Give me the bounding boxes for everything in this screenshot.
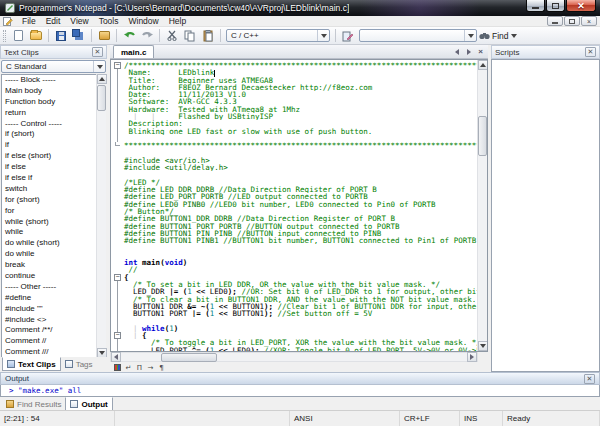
title-bar[interactable]: Programmer's Notepad - [C:\Users\Bernard… <box>0 0 600 16</box>
code-line[interactable]: /* Button*/ <box>111 208 477 215</box>
clip-item[interactable]: for <box>2 206 105 217</box>
code-line[interactable]: Blinking one LED fast or slow with use o… <box>111 128 477 135</box>
maximize-button[interactable] <box>546 0 565 12</box>
code-line[interactable]: #include <util/delay.h> <box>111 164 477 171</box>
code-line[interactable]: Description: <box>111 120 477 127</box>
clip-scheme-dropdown-arrow[interactable] <box>93 61 105 72</box>
code-line[interactable] <box>111 317 477 324</box>
code-line[interactable]: /* To clear a bit in BUTTON1_DDR, AND th… <box>111 296 477 303</box>
save-all-button[interactable] <box>71 28 87 43</box>
code-line[interactable]: Software: AVR-GCC 4.3.3 <box>111 98 477 105</box>
tab-close-button[interactable]: × <box>475 46 486 57</box>
menu-file[interactable]: File <box>17 16 41 26</box>
code-line[interactable]: #define BUTTON1_DDR DDRB //Data Directio… <box>111 215 477 222</box>
clip-item[interactable]: do while <box>2 249 105 260</box>
clip-item[interactable]: if else if <box>2 173 105 184</box>
open-file-button[interactable] <box>28 28 44 43</box>
paste-button[interactable] <box>200 28 216 43</box>
toolbar-grip[interactable] <box>3 30 6 42</box>
clip-list-scrollbar[interactable] <box>96 74 106 358</box>
code-line[interactable]: #define LED_DDR DDRB //Data Direction Re… <box>111 186 477 193</box>
clip-item[interactable]: for (short) <box>2 195 105 206</box>
clip-item[interactable]: if else <box>2 162 105 173</box>
clip-item[interactable]: ----- Block ----- <box>2 75 105 86</box>
menu-view[interactable]: View <box>65 16 93 26</box>
code-line[interactable]: −{ <box>111 274 477 281</box>
code-line[interactable]: int main(void) <box>111 259 477 266</box>
line-endings-button[interactable]: ¶ <box>156 363 167 372</box>
copy-button[interactable] <box>182 28 198 43</box>
code-line[interactable] <box>111 244 477 251</box>
code-line[interactable]: LED_DDR |= (1 << LED0); //OR: Set bit 0 … <box>111 288 477 295</box>
scroll-down-button[interactable] <box>478 341 488 351</box>
code-line[interactable]: #define BUTTON1_PIN PINB //BUTTON input … <box>111 230 477 237</box>
quick-find-button[interactable] <box>340 28 356 43</box>
clip-item[interactable]: Main body <box>2 86 105 97</box>
fold-margin[interactable]: − <box>111 274 124 281</box>
clip-item[interactable]: Comment // <box>2 336 105 347</box>
tab-find-results[interactable]: Find Results <box>2 397 65 411</box>
menu-help[interactable]: Help <box>164 16 191 26</box>
find-button[interactable]: Find <box>479 31 517 41</box>
editor-hscrollbar[interactable] <box>110 352 478 362</box>
line-wrap-button[interactable]: ↵ <box>123 363 134 372</box>
code-line[interactable]: /* To set a bit in LED_DDR, OR the value… <box>111 281 477 288</box>
output-header[interactable]: Output ✕ <box>0 372 600 385</box>
output-close-icon[interactable]: ✕ <box>584 374 595 384</box>
scrollbar-thumb[interactable] <box>478 116 487 156</box>
fold-box-icon[interactable]: − <box>114 62 121 69</box>
code-line[interactable]: | while(1) <box>111 325 477 332</box>
menu-window[interactable]: Window <box>123 16 163 26</box>
code-line[interactable]: #define BUTTON1 PINB1 //BUTTON1 bit numb… <box>111 237 477 244</box>
scroll-left-button[interactable] <box>111 352 121 362</box>
text-clips-close-icon[interactable]: ✕ <box>92 47 103 57</box>
scrollbar-thumb[interactable] <box>97 85 106 111</box>
code-line[interactable]: − | { <box>111 332 477 339</box>
new-file-button[interactable] <box>10 28 26 43</box>
whitespace-button[interactable]: Π <box>134 363 145 372</box>
code-line[interactable]: BUTTON1_DDR &= ~(1 << BUTTON1); //Clear … <box>111 303 477 310</box>
mdi-restore-button[interactable] <box>564 16 580 26</box>
code-line[interactable]: /* To toggle a bit in LED_PORT, XOR the … <box>111 339 477 346</box>
scroll-up-button[interactable] <box>478 60 488 70</box>
clip-item[interactable]: break <box>2 260 105 271</box>
mdi-close-button[interactable]: × <box>581 16 597 26</box>
code-line[interactable]: Date: 11/11/2013 V1.0 <box>111 91 477 98</box>
long-line-button[interactable]: → <box>145 363 156 372</box>
scrollbar-thumb[interactable] <box>161 353 217 362</box>
cut-button[interactable] <box>164 28 180 43</box>
code-line[interactable]: #define LED0 PINB0 //LED0 bit number, LE… <box>111 201 477 208</box>
tab-text-clips[interactable]: Text Clips <box>2 357 61 371</box>
tab-scroll-left-button[interactable] <box>451 46 462 57</box>
clip-item[interactable]: while (short) <box>2 217 105 228</box>
code-line[interactable]: Title: Beginner uses ATMEGA8 <box>111 77 477 84</box>
code-line[interactable] <box>111 135 477 142</box>
clip-item[interactable]: #define <box>2 293 105 304</box>
clip-item[interactable]: if <box>2 140 105 151</box>
code-line[interactable]: #define LED_PORT PORTB //LED output conn… <box>111 193 477 200</box>
save-button[interactable] <box>53 28 69 43</box>
code-line[interactable]: // <box>111 266 477 273</box>
scroll-right-button[interactable] <box>467 352 477 362</box>
scripts-content[interactable] <box>491 59 600 372</box>
clip-item[interactable]: switch <box>2 184 105 195</box>
tab-main-c[interactable]: main.c <box>113 45 154 58</box>
clip-item[interactable]: #include <> <box>2 315 105 326</box>
code-editor[interactable]: −/**************************************… <box>110 59 488 352</box>
code-line[interactable]: −/**************************************… <box>111 62 477 69</box>
undo-button[interactable] <box>121 28 137 43</box>
code-line[interactable] <box>111 150 477 157</box>
fold-margin[interactable]: − <box>111 62 124 69</box>
close-button[interactable]: ✕ <box>566 0 596 12</box>
clip-item[interactable]: return <box>2 108 105 119</box>
tab-output[interactable]: Output <box>65 397 112 411</box>
code-line[interactable]: BUTTON1_PORT |= (1 << BUTTON1); //Set bu… <box>111 310 477 317</box>
search-combo[interactable] <box>359 29 477 42</box>
code-line[interactable]: /*LED */ <box>111 179 477 186</box>
tab-tags[interactable]: Tags <box>61 357 97 371</box>
code-line[interactable]: #define BUTTON1_PORT PORTB //BUTTON outp… <box>111 223 477 230</box>
mdi-minimize-button[interactable] <box>547 16 563 26</box>
open-project-button[interactable] <box>96 28 112 43</box>
clip-item[interactable]: do while (short) <box>2 238 105 249</box>
find-dropdown-arrow[interactable] <box>511 34 517 38</box>
